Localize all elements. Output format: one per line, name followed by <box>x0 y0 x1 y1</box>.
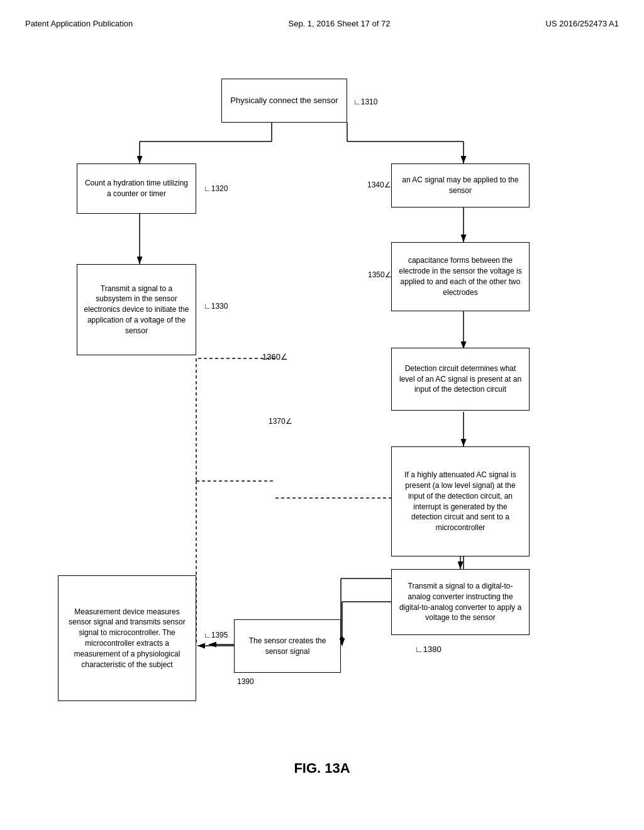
ref-1340: 1340∠ <box>367 180 391 189</box>
ref-1390: 1390 <box>237 677 254 686</box>
box-1390-label: The sensor creates the sensor signal <box>241 636 334 657</box>
box-1370-label: Detection circuit determines what level … <box>398 363 523 395</box>
ref-1360: 1360∠ <box>262 352 288 362</box>
box-1395: Measurement device measures sensor signa… <box>58 575 196 701</box>
page: Patent Application Publication Sep. 1, 2… <box>0 0 644 830</box>
page-header: Patent Application Publication Sep. 1, 2… <box>25 13 619 41</box>
box-1320-label: Count a hydration time utilizing a count… <box>84 178 189 199</box>
box-1370: Detection circuit determines what level … <box>391 348 530 411</box>
fig-label-text: FIG. 13A <box>294 760 350 776</box>
box-1395-label: Measurement device measures sensor signa… <box>65 607 189 670</box>
header-mid: Sep. 1, 2016 Sheet 17 of 72 <box>288 19 390 28</box>
box-1330: Transmit a signal to a subsystem in the … <box>77 264 196 355</box>
ref-1380: ∟1380 <box>415 645 441 654</box>
ref-1330: ∟1330 <box>204 302 228 311</box>
ref-1395: ∟1395 <box>204 631 228 639</box>
ref-1320: ∟1320 <box>204 184 228 193</box>
box-1340: an AC signal may be applied to the senso… <box>391 163 530 208</box>
box-1390: The sensor creates the sensor signal <box>234 619 341 673</box>
box-1310-label: Physically connect the sensor <box>230 95 338 106</box>
box-transmit-dac-label: Transmit a signal to a digital-to-analog… <box>398 581 523 623</box>
header-left: Patent Application Publication <box>25 19 133 28</box>
header-right: US 2016/252473 A1 <box>546 19 619 28</box>
ref-1370: 1370∠ <box>269 417 292 426</box>
fig-label: FIG. 13A <box>26 760 618 777</box>
box-1310: Physically connect the sensor <box>221 79 347 123</box>
diagram-area: Physically connect the sensor ∟1310 Coun… <box>26 41 618 783</box>
box-dac: If a highly attenuated AC signal is pres… <box>391 446 530 556</box>
box-1320: Count a hydration time utilizing a count… <box>77 163 196 214</box>
ref-1350: 1350∠ <box>368 270 392 279</box>
box-1340-label: an AC signal may be applied to the senso… <box>398 175 523 196</box>
box-transmit-dac: Transmit a signal to a digital-to-analog… <box>391 569 530 635</box>
ref-1310: ∟1310 <box>353 97 377 106</box>
box-1330-label: Transmit a signal to a subsystem in the … <box>84 284 189 336</box>
box-1350-label: capacitance forms between the electrode … <box>398 255 523 297</box>
box-dac-label: If a highly attenuated AC signal is pres… <box>398 470 523 533</box>
box-1350: capacitance forms between the electrode … <box>391 242 530 311</box>
